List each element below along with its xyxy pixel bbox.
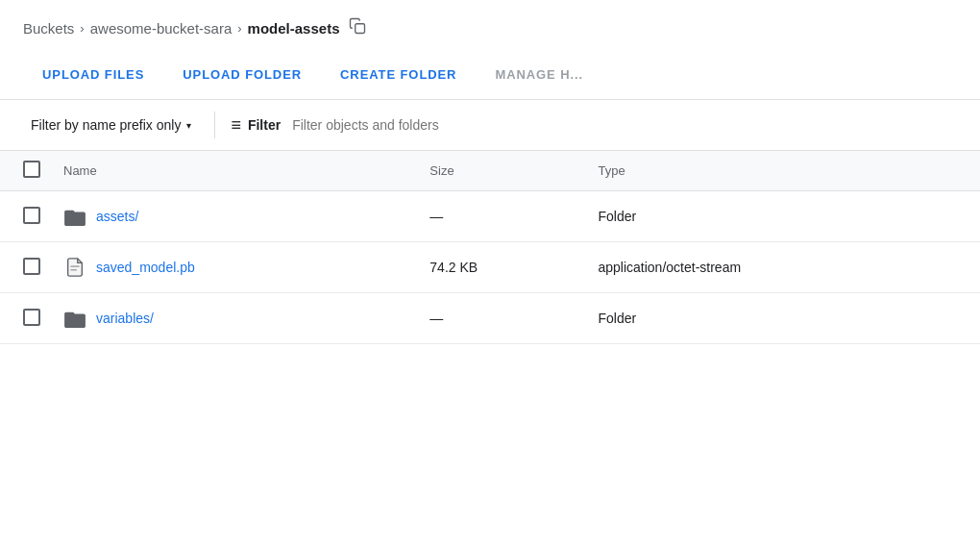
manage-h-button[interactable]: MANAGE H... xyxy=(476,52,602,100)
row-checkbox-cell xyxy=(0,242,52,293)
filter-label: Filter xyxy=(248,117,281,133)
folder-icon xyxy=(63,205,86,228)
size-cell: — xyxy=(418,293,586,344)
row-checkbox[interactable] xyxy=(23,309,40,326)
size-column-header: Size xyxy=(418,151,586,191)
filter-dropdown[interactable]: Filter by name prefix only ▾ xyxy=(23,112,199,138)
breadcrumb-chevron-1: › xyxy=(80,21,84,36)
breadcrumb-buckets[interactable]: Buckets xyxy=(23,20,74,37)
type-cell: application/octet-stream xyxy=(586,242,980,293)
name-cell: variables/ xyxy=(52,293,418,344)
select-all-checkbox-header[interactable] xyxy=(0,151,52,191)
row-checkbox[interactable] xyxy=(23,207,40,224)
object-name-link[interactable]: variables/ xyxy=(96,311,154,326)
chevron-down-icon: ▾ xyxy=(186,120,191,131)
create-folder-button[interactable]: CREATE FOLDER xyxy=(321,52,476,100)
svg-rect-0 xyxy=(355,24,365,34)
select-all-checkbox[interactable] xyxy=(23,161,40,178)
folder-icon xyxy=(63,307,86,330)
breadcrumb: Buckets › awesome-bucket-sara › model-as… xyxy=(0,0,980,52)
copy-path-icon[interactable] xyxy=(349,17,366,38)
object-name-link[interactable]: saved_model.pb xyxy=(96,260,195,275)
table-row: assets/—Folder xyxy=(0,191,980,242)
filter-icon-label[interactable]: ≡ Filter xyxy=(231,115,281,136)
breadcrumb-current: model-assets xyxy=(248,20,340,37)
filter-bar: Filter by name prefix only ▾ ≡ Filter xyxy=(0,100,980,151)
type-column-header: Type xyxy=(586,151,980,191)
file-icon xyxy=(63,256,86,279)
action-toolbar: UPLOAD FILES UPLOAD FOLDER CREATE FOLDER… xyxy=(0,52,980,100)
objects-table: Name Size Type assets/—Folder saved_mode… xyxy=(0,151,980,344)
size-cell: — xyxy=(418,191,586,242)
size-cell: 74.2 KB xyxy=(418,242,586,293)
filter-input[interactable] xyxy=(292,117,957,133)
table-row: variables/—Folder xyxy=(0,293,980,344)
name-cell: assets/ xyxy=(52,191,418,242)
breadcrumb-chevron-2: › xyxy=(237,21,241,36)
upload-files-button[interactable]: UPLOAD FILES xyxy=(23,52,163,100)
name-cell: saved_model.pb xyxy=(52,242,418,293)
table-header-row: Name Size Type xyxy=(0,151,980,191)
row-checkbox-cell xyxy=(0,191,52,242)
upload-folder-button[interactable]: UPLOAD FOLDER xyxy=(163,52,321,100)
type-cell: Folder xyxy=(586,191,980,242)
row-checkbox-cell xyxy=(0,293,52,344)
breadcrumb-bucket-name[interactable]: awesome-bucket-sara xyxy=(90,20,233,37)
filter-lines-icon: ≡ xyxy=(231,115,240,136)
row-checkbox[interactable] xyxy=(23,258,40,275)
type-cell: Folder xyxy=(586,293,980,344)
filter-dropdown-label: Filter by name prefix only xyxy=(31,117,181,133)
table-row: saved_model.pb74.2 KBapplication/octet-s… xyxy=(0,242,980,293)
object-name-link[interactable]: assets/ xyxy=(96,209,138,224)
filter-divider xyxy=(214,112,215,138)
name-column-header: Name xyxy=(52,151,418,191)
